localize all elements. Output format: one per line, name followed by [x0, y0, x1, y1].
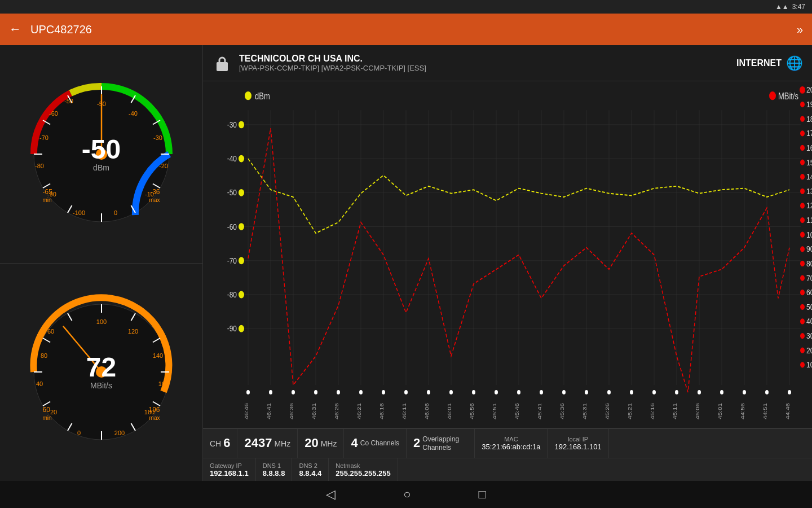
svg-text:45:51: 45:51 [492, 403, 497, 419]
svg-point-143 [427, 390, 430, 395]
svg-text:140: 140 [152, 352, 162, 359]
svg-point-139 [337, 390, 340, 395]
timestamp-dots [246, 390, 791, 395]
svg-text:45:11: 45:11 [672, 403, 678, 419]
svg-text:-60: -60 [49, 110, 58, 117]
mbit-value: 72 [86, 354, 116, 381]
dbm-gauge-container: -50 -40 -30 -20 -10 0 -70 -60 -50 -80 -9… [0, 45, 202, 264]
mac-cell: MAC 35:21:66:ab:cd:1a [475, 429, 548, 458]
internet-label: INTERNET 🌐 [736, 55, 803, 71]
svg-point-106 [800, 174, 805, 179]
horizontal-grid [242, 125, 801, 329]
vertical-grid [248, 110, 789, 385]
svg-text:-70: -70 [39, 134, 48, 141]
svg-point-100 [800, 130, 805, 136]
svg-text:110: 110 [806, 216, 812, 225]
dbm-max: -36 max [149, 188, 160, 204]
svg-point-144 [449, 390, 453, 395]
svg-text:46:06: 46:06 [424, 403, 430, 419]
svg-point-118 [800, 261, 805, 266]
dbm-min-max: -65 min -36 max [23, 188, 180, 204]
svg-text:46:41: 46:41 [266, 403, 272, 419]
svg-text:190: 190 [806, 100, 812, 110]
svg-text:80: 80 [806, 259, 812, 269]
y-label-70: -70 [227, 256, 237, 265]
svg-text:40: 40 [36, 380, 42, 387]
nav-bar: ◁ ○ □ [0, 481, 812, 508]
info-bar: CH 6 2437 MHz 20 MHz 4 Co Channels [203, 428, 812, 481]
svg-text:-50: -50 [64, 98, 73, 104]
svg-point-137 [292, 390, 295, 395]
svg-point-89 [239, 189, 244, 196]
legend-mbit: MBit/s [778, 90, 798, 101]
svg-text:-40: -40 [129, 110, 138, 117]
nav-back-button[interactable]: ◁ [326, 487, 336, 502]
left-panel: -50 -40 -30 -20 -10 0 -70 -60 -50 -80 -9… [0, 45, 203, 481]
svg-text:45:06: 45:06 [695, 403, 700, 419]
back-button[interactable]: ← [9, 22, 21, 37]
svg-text:46:11: 46:11 [401, 403, 407, 419]
svg-point-150 [585, 390, 588, 395]
mbit-max: 196 max [148, 406, 160, 422]
dbm-value: -50 [82, 136, 121, 163]
dns2-cell: DNS 2 8.8.4.4 [292, 458, 329, 481]
y-label-40: -40 [227, 154, 237, 164]
svg-point-110 [800, 203, 805, 208]
nav-recents-button[interactable]: □ [479, 487, 486, 502]
svg-text:45:16: 45:16 [650, 403, 655, 419]
svg-text:46:31: 46:31 [311, 403, 317, 419]
svg-text:130: 130 [806, 186, 812, 196]
svg-point-155 [698, 390, 701, 395]
svg-text:46:36: 46:36 [289, 403, 294, 419]
svg-text:45:41: 45:41 [537, 403, 542, 419]
svg-point-135 [246, 390, 250, 395]
status-bar: ▲▲ 3:47 [0, 0, 812, 14]
svg-text:30: 30 [806, 331, 812, 341]
info-row1: CH 6 2437 MHz 20 MHz 4 Co Channels [203, 429, 812, 458]
svg-text:0: 0 [113, 209, 117, 216]
main-content: -50 -40 -30 -20 -10 0 -70 -60 -50 -80 -9… [0, 45, 812, 481]
bandwidth-cell: 20 MHz [298, 429, 344, 458]
y-label-90: -90 [227, 324, 237, 334]
svg-text:100: 100 [806, 230, 812, 239]
svg-text:45:31: 45:31 [582, 403, 588, 419]
svg-point-159 [788, 390, 791, 395]
svg-point-136 [269, 390, 272, 395]
svg-point-122 [800, 290, 805, 295]
toolbar: ← UPC482726 » [0, 14, 812, 45]
network-security: [WPA-PSK-CCMP-TKIP] [WPA2-PSK-CCMP-TKIP]… [239, 64, 736, 72]
dbm-unit: dBm [82, 163, 121, 172]
signal-icon: ▲▲ [775, 3, 789, 11]
dns1-cell: DNS 1 8.8.8.8 [256, 458, 293, 481]
svg-point-133 [245, 91, 251, 100]
svg-point-148 [540, 390, 543, 395]
svg-text:150: 150 [806, 157, 812, 167]
network-header: TECHNICOLOR CH USA INC. [WPA-PSK-CCMP-TK… [203, 45, 812, 81]
nav-home-button[interactable]: ○ [403, 487, 411, 502]
svg-text:40: 40 [806, 317, 812, 326]
right-scale-200: 200 [806, 85, 812, 95]
svg-text:60: 60 [47, 328, 54, 335]
svg-text:10: 10 [806, 360, 812, 370]
expand-button[interactable]: » [797, 23, 803, 36]
network-name: TECHNICOLOR CH USA INC. [239, 54, 736, 64]
svg-text:45:56: 45:56 [469, 403, 475, 419]
mbit-center-text: 72 MBit/s [86, 354, 116, 390]
svg-point-147 [517, 390, 520, 395]
svg-point-157 [743, 390, 746, 395]
chart-svg: -30 -40 -50 -60 -70 -80 -90 200 190 [203, 81, 812, 428]
svg-point-128 [800, 333, 805, 339]
svg-point-146 [495, 390, 498, 395]
svg-point-104 [800, 159, 805, 165]
svg-text:50: 50 [806, 302, 812, 312]
co-channels-cell: 4 Co Channels [344, 429, 407, 458]
svg-text:200: 200 [114, 430, 124, 436]
svg-point-145 [472, 390, 475, 395]
mbit-unit: MBit/s [86, 381, 116, 390]
svg-point-88 [239, 155, 244, 163]
svg-text:44:56: 44:56 [740, 403, 745, 419]
svg-point-92 [239, 291, 244, 299]
y-label-50: -50 [227, 188, 237, 198]
freq-cell: 2437 MHz [237, 429, 298, 458]
x-labels: 46:46 46:41 46:36 46:31 46:26 46:21 46:1… [244, 403, 791, 419]
